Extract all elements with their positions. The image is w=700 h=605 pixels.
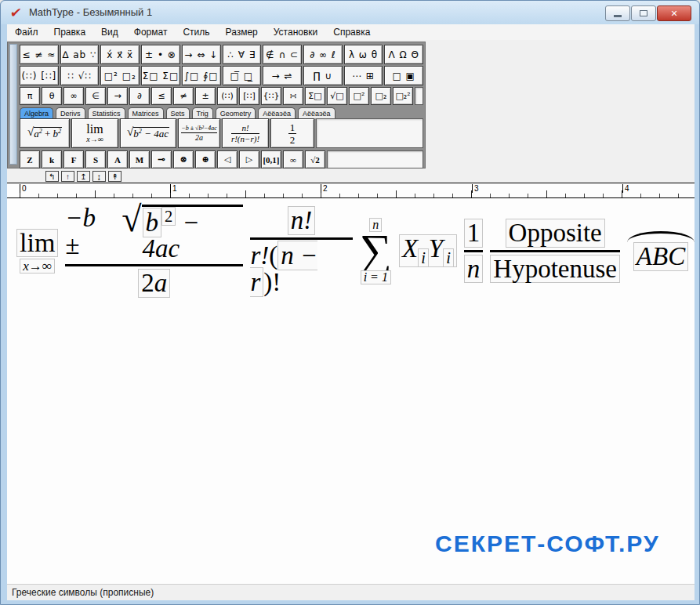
trig-ratio-fraction[interactable]: Opposite Hypotenuse [490,219,620,283]
limit-term[interactable]: lim x→∞ [16,229,58,274]
minimize-button[interactable] [605,5,630,21]
small-symbol-button[interactable]: □₂² [393,87,413,105]
small-symbol-button[interactable]: θ [42,87,62,105]
tabstop-button[interactable]: ↑ [61,171,74,182]
template-palette-button[interactable]: ∫□ ∮□ [182,66,221,85]
small-symbol-button[interactable]: ∂ [129,87,150,105]
small-symbol-button[interactable]: ∞ [63,87,84,105]
category-tab[interactable]: Geometry [216,107,256,118]
category-tab[interactable]: Algebra [20,107,53,118]
equation[interactable]: lim x→∞ −b ± √b2 − 4ac 2a n! r!(n − r)! … [16,205,695,298]
menu-item[interactable]: Формат [126,24,176,40]
fraktur-symbol-button[interactable]: ⊕ [195,150,216,168]
fraction-bar [464,250,484,252]
menu-item[interactable]: Установки [266,24,325,40]
small-symbol-button[interactable]: ≠ [173,87,194,105]
fraktur-symbol-button[interactable]: ⊗ [173,150,194,168]
fraktur-symbol-button[interactable]: ◁ [217,150,238,168]
template-palette-button[interactable]: → ⇌ [263,66,302,85]
menu-item[interactable]: Размер [218,24,266,40]
small-symbol-button[interactable]: {∷} [261,87,281,105]
category-tab[interactable]: Statistics [88,107,125,118]
expr-button-sqrt-a2-b2[interactable]: √a2 + b2 [20,118,70,148]
template-palette-button[interactable]: (∷) [∷] [20,66,59,85]
symbol-palette-button[interactable]: ∆ ab ∵ [60,45,100,64]
binomial-fraction[interactable]: n! r!(n − r)! [250,206,352,296]
small-symbol-button[interactable]: □² [349,87,369,105]
sub-i: i [443,248,454,267]
small-symbol-button[interactable]: ∈ [85,87,106,105]
small-symbol-button[interactable]: (∷) [217,87,238,105]
small-symbol-button[interactable]: ∺ [283,87,303,105]
template-palette-button[interactable]: Σ□ Σ□ [141,66,180,85]
category-tab[interactable]: Аёёаэёа [298,107,335,118]
summation-term[interactable]: n ∑ i = 1 [360,218,392,284]
small-symbol-button[interactable]: √□ [327,87,347,105]
template-palette-button[interactable]: ∏ ∪ [303,66,343,85]
fraktur-symbol-button[interactable]: A [107,150,128,168]
fraktur-symbol-button[interactable]: Z [20,150,40,168]
small-symbol-button[interactable]: ≤ [151,87,172,105]
close-button[interactable]: ✕ [657,5,691,21]
category-tab[interactable]: Trig [192,107,213,118]
symbol-palette-button[interactable]: ∴ ∀ ∃ [223,45,262,64]
menu-item[interactable]: Файл [7,24,46,40]
small-symbol-button[interactable]: [∷] [239,87,259,105]
category-tab[interactable]: Sets [166,107,190,118]
lim-subscript: x→∞ [20,259,55,274]
quadratic-fraction[interactable]: −b ± √b2 − 4ac 2a [65,205,243,298]
template-palette-button[interactable]: □̅ □̲ [223,66,262,85]
expr-button-binomial[interactable]: n!r!(n−r)! [222,118,269,148]
menu-item[interactable]: Стиль [175,24,217,40]
template-palette-button[interactable]: □ ▣ [384,66,423,85]
fraktur-symbol-button[interactable]: S [85,150,106,168]
fraktur-symbol-button[interactable]: M [129,150,150,168]
expr-button-sqrt-disc[interactable]: √b2 − 4ac [120,118,176,148]
expr-button-half[interactable]: 12 [270,118,314,148]
symbol-palette-button[interactable]: ± • ⊗ [141,45,180,64]
fraktur-symbol-button[interactable]: ∞ [283,150,303,168]
tabstop-button[interactable]: ↟ [108,171,122,182]
toolbar-grip[interactable] [9,44,17,165]
menu-item[interactable]: Правка [46,24,94,40]
equation-canvas[interactable]: lim x→∞ −b ± √b2 − 4ac 2a n! r!(n − r)! … [7,198,695,584]
template-palette-button[interactable]: □² □₂ [100,66,140,85]
close-icon: ✕ [670,9,677,19]
small-symbol-button[interactable]: π [20,87,40,105]
symbol-palette-button[interactable]: ∂ ∞ ℓ [303,45,343,64]
symbol-palette-button[interactable]: Λ Ω Θ [384,45,423,64]
tabstop-button[interactable]: ↰ [45,171,59,182]
expr-button-limit[interactable]: limx→∞ [71,118,118,148]
menu-item[interactable]: Справка [325,24,378,40]
arc-term[interactable]: ABC [627,231,695,271]
title-bar[interactable]: ✔ MathType - Безымянный 1 ✕ [1,1,699,24]
menu-item[interactable]: Вид [93,24,126,40]
tabstop-button[interactable]: ↥ [77,171,90,182]
restore-button[interactable] [631,5,656,21]
small-symbol-button[interactable]: □₂ [371,87,391,105]
symbol-palette-button[interactable]: → ⇔ ↓ [182,45,221,64]
fraktur-symbol-button[interactable]: √2 [305,150,325,168]
fraktur-symbol-button[interactable]: k [42,150,62,168]
small-symbol-button[interactable]: ± [195,87,216,105]
category-tab[interactable]: Matrices [128,107,164,118]
expr-button-quadratic[interactable]: −b ± √b²−4ac2a [178,118,220,148]
symbol-palette-button[interactable]: x́ x⃗ ẍ [100,45,140,64]
ruler[interactable]: 0 1 2 3 4 [7,183,695,198]
fraktur-symbol-button[interactable]: F [63,150,84,168]
fraktur-symbol-button[interactable]: ▷ [239,150,259,168]
fraktur-symbol-button[interactable]: ⊸ [151,150,172,168]
category-tab[interactable]: Аёёаэёа [258,107,296,118]
small-symbol-button[interactable]: Σ□ [305,87,325,105]
reciprocal-fraction[interactable]: 1 n [464,219,484,283]
symbol-palette-button[interactable]: ∉ ∩ ⊂ [263,45,302,64]
small-symbol-button[interactable]: → [107,87,128,105]
tabstop-button[interactable]: ↨ [92,171,106,182]
fraktur-symbol-button[interactable]: [0,1] [261,150,281,168]
sum-body[interactable]: XiYi [399,234,457,267]
template-palette-button[interactable]: ∷ √∷ [60,66,100,85]
template-palette-button[interactable]: ⋯ ⊞ [344,66,383,85]
symbol-palette-button[interactable]: ≤ ≠ ≈ [20,45,59,64]
symbol-palette-button[interactable]: λ ω θ [344,45,383,64]
category-tab[interactable]: Derivs [56,107,85,118]
